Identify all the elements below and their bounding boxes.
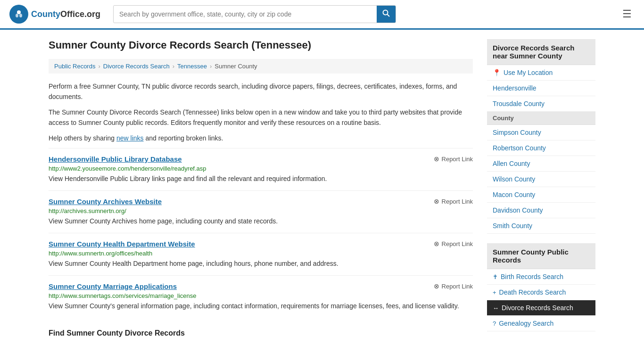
- sidebar-county-link-6[interactable]: Smith County: [493, 222, 590, 230]
- breadcrumb-sep2: ›: [173, 63, 174, 70]
- result-desc-2: View Sumner County Health Department hom…: [49, 259, 473, 269]
- breadcrumb-public-records[interactable]: Public Records: [54, 63, 95, 70]
- sidebar-pr-label-3: Genealogy Search: [499, 320, 553, 327]
- result-item-2: Sumner County Health Department Website …: [49, 233, 473, 275]
- sidebar-pr-label-1: Death Records Search: [499, 288, 566, 296]
- description-2: The Sumner County Divorce Records Search…: [49, 107, 473, 128]
- sidebar-pr-link-2[interactable]: ↔ Divorce Records Search: [493, 304, 590, 312]
- sidebar-county-item-4: Macon County: [487, 187, 595, 203]
- use-location-label: Use My Location: [504, 69, 553, 76]
- report-label-3: Report Link: [442, 283, 473, 290]
- public-records-container: ✝ Birth Records Search + Death Records S…: [487, 269, 595, 331]
- header-right: ☰: [619, 5, 635, 23]
- sidebar-county-item-0: Simpson County: [487, 125, 595, 140]
- main-container: Sumner County Divorce Records Search (Te…: [39, 30, 605, 350]
- menu-icon[interactable]: ☰: [619, 5, 635, 23]
- use-location[interactable]: 📍 Use My Location: [487, 65, 595, 81]
- main-content: Sumner County Divorce Records Search (Te…: [49, 39, 473, 341]
- breadcrumb-sep1: ›: [98, 63, 100, 70]
- sidebar-pr-icon-2: ↔: [493, 304, 499, 312]
- sidebar: Divorce Records Search near Sumner Count…: [487, 39, 595, 341]
- result-item-0: Hendersonville Public Library Database ⊗…: [49, 148, 473, 190]
- sidebar-nearby-item-1: Trousdale County: [487, 96, 595, 112]
- description-3: Help others by sharing new links and rep…: [49, 133, 473, 143]
- result-title-0[interactable]: Hendersonville Public Library Database: [49, 155, 182, 163]
- report-icon-2: ⊗: [434, 240, 439, 247]
- result-item-1: Sumner County Archives Website ⊗ Report …: [49, 190, 473, 233]
- search-input[interactable]: [114, 7, 377, 22]
- result-title-row-0: Hendersonville Public Library Database ⊗…: [49, 155, 473, 163]
- result-desc-0: View Hendersonville Public Library links…: [49, 174, 473, 184]
- result-title-row-3: Sumner County Marriage Applications ⊗ Re…: [49, 282, 473, 290]
- page-title: Sumner County Divorce Records Search (Te…: [49, 39, 473, 51]
- location-pin-icon: 📍: [493, 69, 501, 76]
- report-label-0: Report Link: [442, 156, 473, 163]
- breadcrumb-tennessee[interactable]: Tennessee: [177, 63, 207, 70]
- header: CountyOffice.org ☰: [0, 0, 644, 30]
- sidebar-pr-label-2: Divorce Records Search: [502, 304, 573, 312]
- svg-point-3: [19, 14, 22, 17]
- search-button[interactable]: [377, 6, 396, 23]
- svg-line-5: [388, 15, 390, 17]
- sidebar-county-item-5: Davidson County: [487, 203, 595, 218]
- result-url-2[interactable]: http://www.sumnertn.org/offices/health: [49, 250, 473, 257]
- svg-point-4: [383, 10, 388, 15]
- report-icon-0: ⊗: [434, 155, 439, 163]
- sidebar-county-link-1[interactable]: Robertson County: [493, 144, 590, 152]
- report-icon-1: ⊗: [434, 197, 439, 205]
- report-label-1: Report Link: [442, 198, 473, 205]
- report-label-2: Report Link: [442, 240, 473, 247]
- report-link-0[interactable]: ⊗ Report Link: [434, 155, 473, 163]
- breadcrumb-divorce-records[interactable]: Divorce Records Search: [103, 63, 170, 70]
- sidebar-pr-link-3[interactable]: ? Genealogy Search: [493, 320, 590, 327]
- report-link-1[interactable]: ⊗ Report Link: [434, 197, 473, 205]
- logo-suffix: Office.org: [60, 9, 100, 19]
- sidebar-county-link-0[interactable]: Simpson County: [493, 129, 590, 136]
- result-title-1[interactable]: Sumner County Archives Website: [49, 197, 162, 206]
- result-title-row-1: Sumner County Archives Website ⊗ Report …: [49, 197, 473, 206]
- search-bar: [113, 5, 396, 23]
- desc3-pre: Help others by sharing: [49, 134, 116, 142]
- sidebar-county-link-2[interactable]: Allen County: [493, 160, 590, 167]
- logo-area: CountyOffice.org: [9, 5, 104, 24]
- breadcrumb: Public Records › Divorce Records Search …: [49, 59, 473, 74]
- result-url-3[interactable]: http://www.sumnertags.com/services/marri…: [49, 292, 473, 299]
- sidebar-nearby-item-0: Hendersonville: [487, 81, 595, 96]
- breadcrumb-sep3: ›: [210, 63, 212, 70]
- sidebar-nearby-link-0[interactable]: Hendersonville: [493, 84, 590, 92]
- result-url-1[interactable]: http://archives.sumnertn.org/: [49, 207, 473, 214]
- sidebar-county-link-4[interactable]: Macon County: [493, 191, 590, 198]
- sidebar-pr-icon-1: +: [493, 289, 496, 296]
- sidebar-pr-link-1[interactable]: + Death Records Search: [493, 288, 590, 296]
- sidebar-county-link-5[interactable]: Davidson County: [493, 206, 590, 214]
- sidebar-pr-label-0: Birth Records Search: [501, 273, 563, 280]
- county-label: County: [487, 112, 595, 125]
- sidebar-pr-icon-3: ?: [493, 320, 496, 327]
- sidebar-pr-item-3: ? Genealogy Search: [487, 316, 595, 331]
- new-links-link[interactable]: new links: [116, 134, 144, 142]
- result-desc-3: View Sumner County's general information…: [49, 301, 473, 311]
- sidebar-public-records-title: Sumner County Public Records: [487, 243, 595, 269]
- sidebar-pr-item-2: ↔ Divorce Records Search: [487, 300, 595, 316]
- sidebar-nearby-link-1[interactable]: Trousdale County: [493, 100, 590, 107]
- result-desc-1: View Sumner County Archives home page, i…: [49, 216, 473, 226]
- svg-point-2: [16, 14, 18, 17]
- sidebar-county-link-3[interactable]: Wilson County: [493, 175, 590, 183]
- sidebar-public-records-section: Sumner County Public Records ✝ Birth Rec…: [487, 243, 595, 331]
- sidebar-pr-link-0[interactable]: ✝ Birth Records Search: [493, 273, 590, 280]
- report-link-3[interactable]: ⊗ Report Link: [434, 282, 473, 290]
- sidebar-county-item-1: Robertson County: [487, 140, 595, 156]
- result-title-2[interactable]: Sumner County Health Department Website: [49, 240, 195, 248]
- find-heading: Find Sumner County Divorce Records: [49, 322, 473, 337]
- svg-point-1: [17, 10, 21, 14]
- result-url-0[interactable]: http://www2.youseemore.com/hendersonvill…: [49, 165, 473, 172]
- sidebar-nearby-title: Divorce Records Search near Sumner Count…: [487, 39, 595, 65]
- sidebar-county-item-3: Wilson County: [487, 172, 595, 187]
- report-icon-3: ⊗: [434, 282, 439, 290]
- county-items-container: Simpson CountyRobertson CountyAllen Coun…: [487, 125, 595, 234]
- report-link-2[interactable]: ⊗ Report Link: [434, 240, 473, 247]
- result-title-3[interactable]: Sumner County Marriage Applications: [49, 282, 177, 290]
- logo-county: County: [31, 9, 60, 19]
- result-item-3: Sumner County Marriage Applications ⊗ Re…: [49, 275, 473, 318]
- sidebar-county-item-6: Smith County: [487, 218, 595, 234]
